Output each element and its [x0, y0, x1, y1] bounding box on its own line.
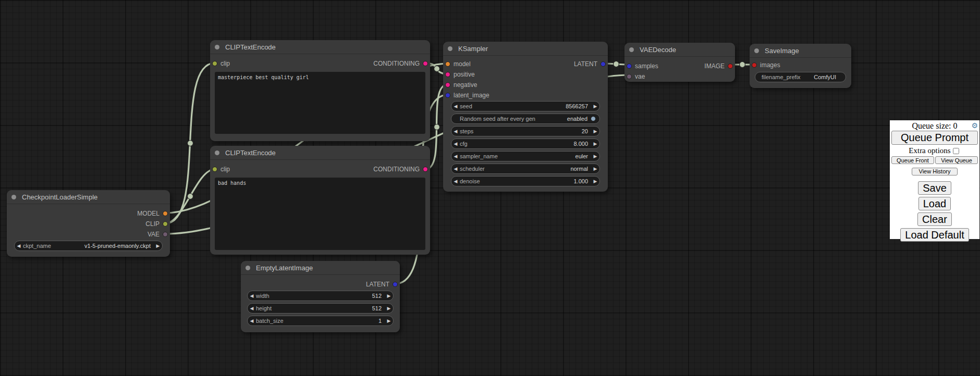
- images-input-dot[interactable]: [752, 62, 757, 68]
- decrement-arrow-icon[interactable]: ◀: [451, 141, 460, 146]
- decrement-arrow-icon[interactable]: ◀: [248, 293, 256, 298]
- widget-seed[interactable]: ◀ seed 8566257 ▶: [451, 101, 600, 111]
- decrement-arrow-icon[interactable]: ◀: [15, 243, 23, 248]
- output-slot-latent[interactable]: LATENT: [574, 60, 606, 68]
- widget-batch-size[interactable]: ◀ batch_size 1 ▶: [247, 316, 394, 326]
- increment-arrow-icon[interactable]: ▶: [591, 129, 599, 134]
- node-vae-decode[interactable]: VAEDecode samples IMAGE vae: [624, 43, 735, 82]
- vae-input-dot[interactable]: [627, 74, 632, 79]
- prompt-textarea[interactable]: [215, 72, 425, 134]
- output-slot-conditioning[interactable]: CONDITIONING: [373, 60, 428, 67]
- node-clip-text-encode-negative[interactable]: CLIPTextEncode clip CONDITIONING: [210, 146, 430, 255]
- increment-arrow-icon[interactable]: ▶: [591, 104, 599, 109]
- increment-arrow-icon[interactable]: ▶: [154, 243, 162, 248]
- save-button[interactable]: Save: [918, 181, 951, 195]
- widget-filename-prefix[interactable]: filename_prefix ComfyUI: [755, 72, 846, 82]
- load-default-button[interactable]: Load Default: [900, 228, 969, 242]
- node-title-bar[interactable]: EmptyLatentImage: [241, 261, 400, 275]
- input-slot-positive[interactable]: positive: [445, 71, 475, 78]
- positive-input-dot[interactable]: [445, 72, 450, 77]
- node-title-bar[interactable]: SaveImage: [750, 44, 851, 58]
- model-input-dot[interactable]: [445, 61, 450, 67]
- conditioning-output-dot[interactable]: [423, 167, 428, 172]
- node-empty-latent-image[interactable]: EmptyLatentImage LATENT ◀ width 512 ▶ ◀ …: [241, 261, 400, 332]
- clear-button[interactable]: Clear: [917, 212, 952, 226]
- node-title-bar[interactable]: CLIPTextEncode: [210, 146, 430, 160]
- load-button[interactable]: Load: [918, 197, 951, 210]
- node-ksampler[interactable]: KSampler model LATENT positive: [443, 42, 608, 192]
- node-title-bar[interactable]: CheckpointLoaderSimple: [7, 190, 170, 204]
- node-title-bar[interactable]: CLIPTextEncode: [210, 40, 430, 54]
- input-slot-images[interactable]: images: [752, 61, 780, 69]
- node-clip-text-encode-positive[interactable]: CLIPTextEncode clip CONDITIONING: [210, 40, 430, 141]
- extra-options-checkbox[interactable]: [953, 148, 959, 154]
- output-slot-conditioning[interactable]: CONDITIONING: [373, 166, 428, 173]
- input-slot-vae[interactable]: vae: [627, 73, 645, 80]
- node-graph-canvas[interactable]: CheckpointLoaderSimple MODEL CLIP VAE: [0, 0, 980, 376]
- output-slot-clip[interactable]: CLIP: [145, 220, 168, 228]
- input-slot-latent-image[interactable]: latent_image: [445, 92, 489, 99]
- collapse-toggle-icon[interactable]: [754, 48, 759, 53]
- increment-arrow-icon[interactable]: ▶: [385, 306, 393, 311]
- decrement-arrow-icon[interactable]: ◀: [451, 154, 460, 159]
- output-slot-vae[interactable]: VAE: [148, 231, 168, 238]
- increment-arrow-icon[interactable]: ▶: [385, 318, 393, 323]
- widget-denoise[interactable]: ◀ denoise 1.000 ▶: [451, 176, 600, 186]
- decrement-arrow-icon[interactable]: ◀: [451, 129, 460, 134]
- node-save-image[interactable]: SaveImage images filename_prefix ComfyUI: [750, 44, 851, 88]
- prompt-textarea[interactable]: [215, 178, 425, 250]
- conditioning-output-dot[interactable]: [423, 61, 428, 66]
- settings-gear-icon[interactable]: ⚙: [971, 121, 978, 130]
- widget-width[interactable]: ◀ width 512 ▶: [247, 291, 394, 301]
- input-slot-clip[interactable]: clip: [212, 166, 230, 173]
- input-slot-samples[interactable]: samples: [627, 62, 658, 70]
- latent-image-input-dot[interactable]: [445, 93, 450, 98]
- clip-input-dot[interactable]: [212, 61, 217, 66]
- collapse-toggle-icon[interactable]: [448, 46, 452, 51]
- widget-ckpt-name[interactable]: ◀ ckpt_name v1-5-pruned-emaonly.ckpt ▶: [14, 241, 163, 251]
- image-output-dot[interactable]: [728, 64, 733, 69]
- widget-sampler-name[interactable]: ◀ sampler_name euler ▶: [451, 151, 600, 161]
- node-title-bar[interactable]: VAEDecode: [624, 43, 735, 57]
- view-queue-button[interactable]: View Queue: [935, 156, 978, 164]
- queue-front-button[interactable]: Queue Front: [891, 156, 934, 164]
- widget-steps[interactable]: ◀ steps 20 ▶: [451, 126, 600, 136]
- input-slot-model[interactable]: model: [445, 60, 471, 68]
- toggle-on-icon[interactable]: [591, 116, 596, 121]
- input-slot-negative[interactable]: negative: [445, 81, 477, 89]
- widget-scheduler[interactable]: ◀ scheduler normal ▶: [451, 164, 600, 174]
- collapse-toggle-icon[interactable]: [215, 151, 219, 155]
- decrement-arrow-icon[interactable]: ◀: [451, 179, 460, 184]
- widget-height[interactable]: ◀ height 512 ▶: [247, 303, 394, 314]
- collapse-toggle-icon[interactable]: [215, 45, 219, 49]
- decrement-arrow-icon[interactable]: ◀: [451, 166, 460, 171]
- input-slot-clip[interactable]: clip: [212, 60, 230, 67]
- view-history-button[interactable]: View History: [912, 168, 958, 176]
- clip-input-dot[interactable]: [212, 167, 217, 172]
- node-title-bar[interactable]: KSampler: [443, 42, 608, 56]
- node-checkpoint-loader-simple[interactable]: CheckpointLoaderSimple MODEL CLIP VAE: [7, 190, 170, 257]
- increment-arrow-icon[interactable]: ▶: [385, 293, 393, 298]
- decrement-arrow-icon[interactable]: ◀: [248, 306, 256, 311]
- decrement-arrow-icon[interactable]: ◀: [248, 318, 256, 323]
- increment-arrow-icon[interactable]: ▶: [591, 179, 599, 184]
- output-slot-model[interactable]: MODEL: [137, 210, 168, 217]
- collapse-toggle-icon[interactable]: [11, 195, 16, 199]
- latent-output-dot[interactable]: [393, 282, 398, 287]
- increment-arrow-icon[interactable]: ▶: [591, 154, 599, 159]
- clip-output-dot[interactable]: [163, 221, 168, 227]
- vae-output-dot[interactable]: [163, 232, 168, 237]
- output-slot-latent[interactable]: LATENT: [366, 281, 398, 288]
- widget-random-seed[interactable]: Random seed after every gen enabled: [451, 114, 600, 124]
- collapse-toggle-icon[interactable]: [246, 266, 250, 270]
- model-output-dot[interactable]: [163, 211, 168, 216]
- increment-arrow-icon[interactable]: ▶: [591, 141, 599, 146]
- increment-arrow-icon[interactable]: ▶: [591, 166, 599, 171]
- widget-cfg[interactable]: ◀ cfg 8.000 ▶: [451, 139, 600, 149]
- latent-output-dot[interactable]: [601, 61, 606, 67]
- output-slot-image[interactable]: IMAGE: [704, 62, 733, 70]
- samples-input-dot[interactable]: [627, 64, 632, 69]
- collapse-toggle-icon[interactable]: [629, 47, 634, 52]
- decrement-arrow-icon[interactable]: ◀: [451, 104, 460, 109]
- negative-input-dot[interactable]: [445, 82, 450, 87]
